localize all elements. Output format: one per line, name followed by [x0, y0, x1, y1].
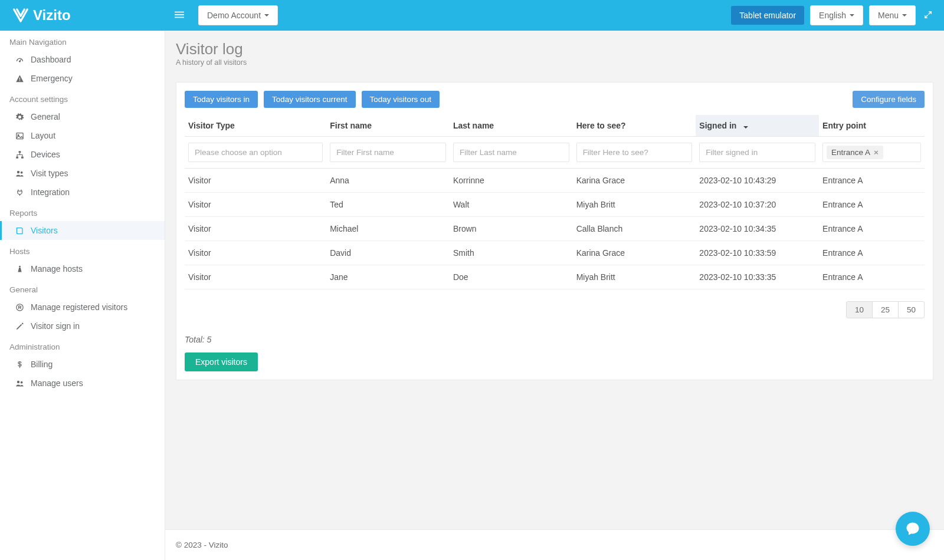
tablet-emulator-button[interactable]: Tablet emulator — [731, 6, 804, 25]
table-row[interactable]: VisitorTedWaltMiyah Britt2023-02-10 10:3… — [185, 193, 925, 217]
cell-last: Doe — [450, 265, 573, 289]
page-size-10[interactable]: 10 — [846, 301, 873, 318]
podium-icon — [15, 265, 24, 274]
sidebar-item-visitor-sign-in[interactable]: Visitor sign in — [0, 317, 165, 335]
sidebar-item-manage-registered[interactable]: Manage registered visitors — [0, 298, 165, 317]
filter-host[interactable] — [576, 143, 693, 162]
filter-entry-point[interactable]: Entrance A × — [822, 143, 921, 162]
svg-point-12 — [20, 171, 22, 173]
sidebar-item-manage-hosts[interactable]: Manage hosts — [0, 259, 165, 278]
sidebar-item-label: Manage users — [31, 378, 83, 388]
top-bar: Vizito Demo Account Tablet emulator Engl… — [0, 0, 944, 31]
page-size-25[interactable]: 25 — [872, 301, 899, 318]
tachometer-icon — [15, 55, 24, 64]
svg-rect-1 — [175, 14, 184, 15]
caret-down-icon — [850, 14, 854, 17]
table-row[interactable]: VisitorMichaelBrownCalla Blanch2023-02-1… — [185, 217, 925, 241]
visitor-log-panel: Today visitors in Today visitors current… — [176, 82, 933, 380]
cell-host: Karina Grace — [573, 241, 696, 265]
svg-rect-8 — [18, 151, 21, 153]
warning-icon — [15, 74, 24, 83]
sidebar-item-visitors[interactable]: Visitors — [0, 221, 165, 240]
language-dropdown[interactable]: English — [810, 5, 863, 25]
sidebar-item-manage-users[interactable]: Manage users — [0, 374, 165, 393]
sidebar-item-label: Manage hosts — [31, 264, 83, 274]
sidebar-item-layout[interactable]: Layout — [0, 126, 165, 145]
sidebar-item-devices[interactable]: Devices — [0, 145, 165, 164]
sidebar-item-dashboard[interactable]: Dashboard — [0, 50, 165, 69]
filter-last-name[interactable] — [453, 143, 569, 162]
filter-signed-in[interactable] — [699, 143, 815, 162]
sidebar-item-label: Visit types — [31, 169, 68, 178]
sidebar-item-integration[interactable]: Integration — [0, 183, 165, 202]
visitors-table: Visitor Type First name Last name Here t… — [185, 115, 925, 289]
cell-last: Korrinne — [450, 169, 573, 193]
cell-host: Calla Blanch — [573, 217, 696, 241]
expand-icon — [924, 11, 932, 19]
cell-host: Miyah Britt — [573, 193, 696, 217]
table-row[interactable]: VisitorAnnaKorrinneKarina Grace2023-02-1… — [185, 169, 925, 193]
sidebar-item-label: Manage registered visitors — [31, 302, 127, 312]
table-row[interactable]: VisitorDavidSmithKarina Grace2023-02-10 … — [185, 241, 925, 265]
remove-tag-button[interactable]: × — [874, 148, 879, 157]
sitemap-icon — [15, 150, 24, 159]
cell-last: Smith — [450, 241, 573, 265]
menu-dropdown[interactable]: Menu — [869, 5, 916, 25]
sidebar-section-account: Account settings — [0, 88, 165, 107]
account-dropdown[interactable]: Demo Account — [198, 5, 278, 25]
sidebar-item-label: General — [31, 112, 60, 121]
col-header-type[interactable]: Visitor Type — [185, 115, 326, 137]
col-header-signed-in[interactable]: Signed in — [696, 115, 819, 137]
cell-host: Miyah Britt — [573, 265, 696, 289]
filter-visitor-type[interactable] — [188, 143, 323, 162]
sidebar-item-label: Emergency — [31, 74, 73, 83]
sidebar-item-general[interactable]: General — [0, 107, 165, 126]
image-icon — [15, 131, 24, 140]
svg-rect-9 — [16, 156, 18, 158]
pencil-icon — [15, 322, 24, 331]
registered-icon — [15, 303, 24, 312]
brand-name: Vizito — [33, 7, 71, 24]
chat-widget-button[interactable] — [896, 512, 930, 546]
menu-label: Menu — [878, 11, 899, 20]
sidebar-item-visit-types[interactable]: Visit types — [0, 164, 165, 183]
plug-icon — [15, 188, 24, 197]
today-visitors-current-button[interactable]: Today visitors current — [264, 91, 356, 108]
fullscreen-button[interactable] — [924, 11, 932, 21]
filter-first-name[interactable] — [330, 143, 446, 162]
caret-down-icon — [264, 14, 269, 17]
sidebar-item-billing[interactable]: Billing — [0, 355, 165, 374]
configure-fields-button[interactable]: Configure fields — [853, 91, 925, 108]
cell-signed: 2023-02-10 10:34:35 — [696, 217, 819, 241]
page-footer: © 2023 - Vizito — [165, 529, 944, 560]
col-header-last[interactable]: Last name — [450, 115, 573, 137]
table-row[interactable]: VisitorJaneDoeMiyah Britt2023-02-10 10:3… — [185, 265, 925, 289]
sidebar-section-main: Main Navigation — [0, 31, 165, 50]
today-visitors-out-button[interactable]: Today visitors out — [362, 91, 440, 108]
sidebar-toggle-button[interactable] — [165, 4, 194, 27]
cell-first: Ted — [326, 193, 450, 217]
export-visitors-button[interactable]: Export visitors — [185, 353, 258, 371]
sidebar-section-general: General — [0, 278, 165, 298]
chat-icon — [904, 521, 921, 537]
col-header-host[interactable]: Here to see? — [573, 115, 696, 137]
cell-signed: 2023-02-10 10:33:35 — [696, 265, 819, 289]
sidebar: Main Navigation Dashboard Emergency Acco… — [0, 31, 165, 560]
col-header-first[interactable]: First name — [326, 115, 450, 137]
today-visitors-in-button[interactable]: Today visitors in — [185, 91, 258, 108]
page-size-50[interactable]: 50 — [898, 301, 925, 318]
caret-down-icon — [902, 14, 907, 17]
page-subtitle: A history of all visitors — [176, 58, 933, 67]
cell-first: Anna — [326, 169, 450, 193]
svg-rect-6 — [16, 133, 22, 139]
col-header-entry[interactable]: Entry point — [819, 115, 925, 137]
sidebar-section-hosts: Hosts — [0, 240, 165, 259]
svg-point-11 — [17, 170, 19, 173]
sort-desc-icon — [743, 126, 748, 129]
sidebar-item-label: Visitors — [31, 226, 58, 235]
sidebar-item-emergency[interactable]: Emergency — [0, 69, 165, 88]
cell-first: Jane — [326, 265, 450, 289]
svg-rect-10 — [21, 156, 24, 158]
svg-point-15 — [17, 380, 19, 383]
page-size-row: 102550 — [185, 301, 925, 318]
